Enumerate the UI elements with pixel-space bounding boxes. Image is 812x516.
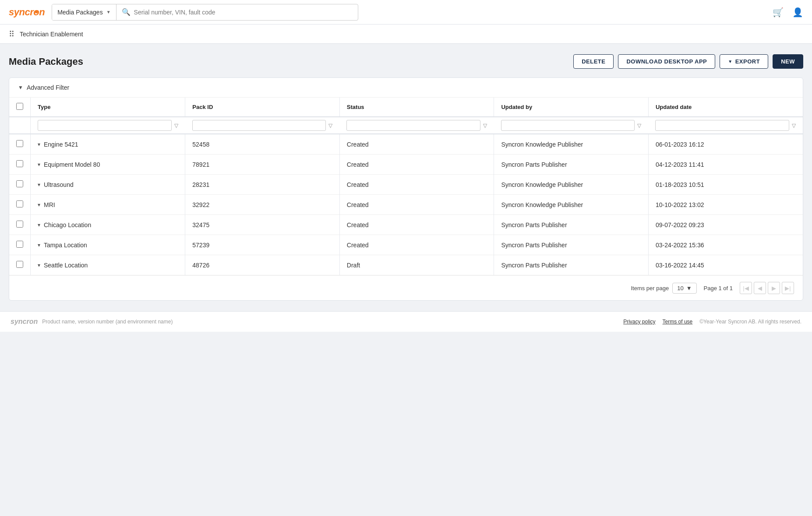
top-nav: syncron Media Packages ▼ 🔍 🛒 👤 xyxy=(0,0,812,25)
footer-left: syncron Product name, version number (an… xyxy=(11,318,173,326)
grid-icon[interactable]: ⠿ xyxy=(9,29,14,39)
row-status-cell: Created xyxy=(339,195,494,215)
filter-icon[interactable]: ▽ xyxy=(792,123,796,129)
filter-icon[interactable]: ▽ xyxy=(328,123,332,129)
page-header: Media Packages DELETE DOWNLOAD DESKTOP A… xyxy=(9,54,803,69)
row-type-value: Chicago Location xyxy=(44,221,91,228)
row-pack-id-cell: 48726 xyxy=(185,255,340,275)
logo: syncron xyxy=(9,7,45,18)
per-page-value: 10 xyxy=(677,285,683,291)
row-status-cell: Created xyxy=(339,175,494,195)
filter-status-input[interactable] xyxy=(346,120,480,131)
first-page-button[interactable]: |◀ xyxy=(740,282,752,294)
row-updated-by-value: Syncron Parts Publisher xyxy=(501,242,567,249)
row-type-cell: ▾ Seattle Location xyxy=(31,255,185,275)
last-page-button[interactable]: ▶| xyxy=(782,282,794,294)
chevron-down-icon: ▼ xyxy=(106,10,111,14)
user-icon[interactable]: 👤 xyxy=(792,7,803,18)
row-type-cell: ▾ Ultrasound xyxy=(31,175,185,195)
row-type-cell: ▾ MRI xyxy=(31,195,185,215)
row-checkbox[interactable] xyxy=(16,160,23,167)
footer: syncron Product name, version number (an… xyxy=(0,311,812,332)
cart-icon[interactable]: 🛒 xyxy=(773,7,784,18)
row-pack-id-cell: 32922 xyxy=(185,195,340,215)
row-updated-by-value: Syncron Knowledge Publisher xyxy=(501,141,583,148)
filter-pack-id-cell: ▽ xyxy=(185,117,340,134)
row-checkbox[interactable] xyxy=(16,261,23,268)
row-checkbox[interactable] xyxy=(16,140,23,147)
filter-pack-id-input[interactable] xyxy=(192,120,326,131)
row-checkbox[interactable] xyxy=(16,221,23,228)
filter-updated-by-input[interactable] xyxy=(501,120,635,131)
filter-icon[interactable]: ▽ xyxy=(483,123,487,129)
search-category-dropdown[interactable]: Media Packages ▼ xyxy=(52,4,116,20)
row-updated-date-cell: 09-07-2022 09:23 xyxy=(648,215,803,235)
search-bar: Media Packages ▼ 🔍 xyxy=(52,4,358,21)
new-button[interactable]: NEW xyxy=(773,54,803,69)
row-type-cell: ▾ Tampa Location xyxy=(31,235,185,255)
row-updated-by-cell: Syncron Knowledge Publisher xyxy=(494,195,649,215)
terms-of-use-link[interactable]: Terms of use xyxy=(663,319,693,325)
delete-button[interactable]: DELETE xyxy=(573,54,614,69)
secondary-nav-title: Technician Enablement xyxy=(20,31,83,38)
table-row: ▾ Seattle Location 48726 Draft Syncron P… xyxy=(9,255,803,275)
expand-row-icon[interactable]: ▾ xyxy=(38,262,40,268)
row-updated-by-value: Syncron Knowledge Publisher xyxy=(501,181,583,188)
row-updated-date-cell: 04-12-2023 11:41 xyxy=(648,154,803,175)
search-icon: 🔍 xyxy=(122,8,131,16)
expand-row-icon[interactable]: ▾ xyxy=(38,161,40,168)
filter-updated-date-input[interactable] xyxy=(655,120,789,131)
row-checkbox[interactable] xyxy=(16,200,23,207)
advanced-filter-label: Advanced Filter xyxy=(27,84,69,91)
row-checkbox-cell xyxy=(9,235,31,255)
privacy-policy-link[interactable]: Privacy policy xyxy=(623,319,655,325)
expand-row-icon[interactable]: ▾ xyxy=(38,222,40,228)
copyright-text: ©Year-Year Syncron AB. All rights reserv… xyxy=(699,319,801,325)
expand-row-icon[interactable]: ▾ xyxy=(38,242,40,248)
row-updated-date-value: 03-16-2022 14:45 xyxy=(656,262,704,269)
footer-logo: syncron xyxy=(11,318,38,326)
filter-icon[interactable]: ▽ xyxy=(637,123,641,129)
search-input[interactable] xyxy=(134,9,353,16)
row-updated-by-cell: Syncron Parts Publisher xyxy=(494,215,649,235)
pagination: Items per page 10 ▼ Page 1 of 1 |◀ ◀ ▶ ▶… xyxy=(9,275,803,300)
expand-row-icon[interactable]: ▾ xyxy=(38,202,40,208)
expand-row-icon[interactable]: ▾ xyxy=(38,141,40,147)
row-status-cell: Created xyxy=(339,134,494,154)
select-all-checkbox[interactable] xyxy=(16,103,23,110)
row-updated-by-value: Syncron Parts Publisher xyxy=(501,221,567,228)
per-page-select[interactable]: 10 ▼ xyxy=(672,283,696,294)
expand-row-icon[interactable]: ▾ xyxy=(38,182,40,188)
row-checkbox-cell xyxy=(9,154,31,175)
filter-type-input[interactable] xyxy=(38,120,172,131)
row-status-value: Created xyxy=(347,161,369,168)
row-type-cell: ▾ Equipment Model 80 xyxy=(31,154,185,175)
row-updated-date-cell: 03-16-2022 14:45 xyxy=(648,255,803,275)
download-desktop-app-button[interactable]: DOWNLOAD DESKTOP APP xyxy=(618,54,715,69)
export-button[interactable]: ▼ EXPORT xyxy=(720,54,768,69)
table-row: ▾ Engine 5421 52458 Created Syncron Know… xyxy=(9,134,803,154)
row-updated-by-value: Syncron Parts Publisher xyxy=(501,262,567,269)
row-pack-id-cell: 57239 xyxy=(185,235,340,255)
row-updated-by-cell: Syncron Parts Publisher xyxy=(494,235,649,255)
table-row: ▾ Equipment Model 80 78921 Created Syncr… xyxy=(9,154,803,175)
page-nav: |◀ ◀ ▶ ▶| xyxy=(740,282,794,294)
row-updated-by-cell: Syncron Parts Publisher xyxy=(494,255,649,275)
row-checkbox-cell xyxy=(9,175,31,195)
prev-page-button[interactable]: ◀ xyxy=(754,282,766,294)
table-body: ▾ Engine 5421 52458 Created Syncron Know… xyxy=(9,134,803,275)
filter-updated-by-cell: ▽ xyxy=(494,117,649,134)
advanced-filter-toggle[interactable]: ▼ Advanced Filter xyxy=(9,78,803,98)
row-pack-id-cell: 52458 xyxy=(185,134,340,154)
row-type-value: Seattle Location xyxy=(44,262,88,269)
row-updated-date-cell: 10-10-2022 13:02 xyxy=(648,195,803,215)
header-actions: DELETE DOWNLOAD DESKTOP APP ▼ EXPORT NEW xyxy=(573,54,803,69)
row-checkbox[interactable] xyxy=(16,180,23,187)
row-checkbox-cell xyxy=(9,255,31,275)
col-header-type: Type xyxy=(31,98,185,117)
row-checkbox[interactable] xyxy=(16,241,23,248)
row-status-value: Created xyxy=(347,221,369,228)
data-table: Type Pack ID Status Updated by Updated d xyxy=(9,98,803,275)
next-page-button[interactable]: ▶ xyxy=(768,282,780,294)
filter-icon[interactable]: ▽ xyxy=(174,123,178,129)
